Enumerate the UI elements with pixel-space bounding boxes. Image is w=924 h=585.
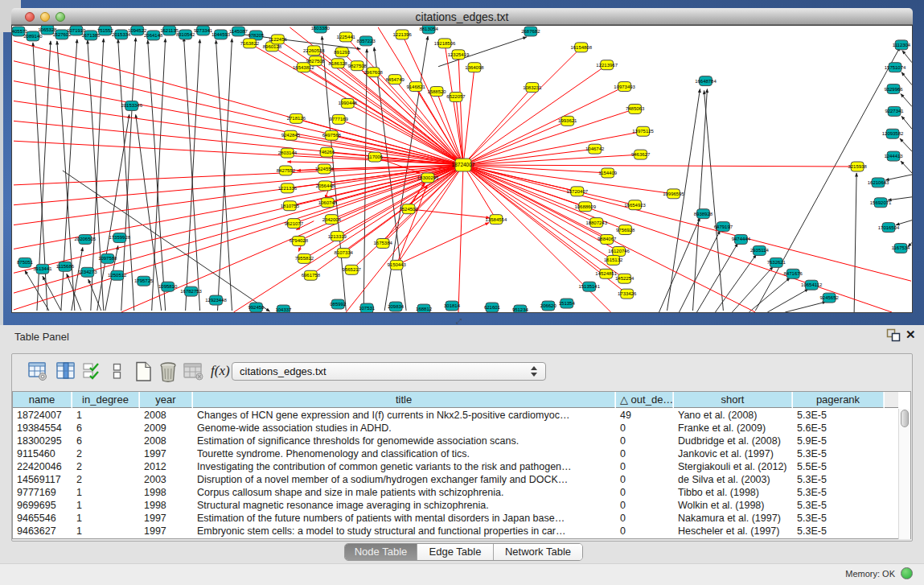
window-title: citations_edges.txt bbox=[11, 10, 913, 23]
graph-edge[interactable] bbox=[43, 276, 61, 311]
new-file-icon[interactable] bbox=[134, 361, 154, 382]
column-header-year[interactable]: year bbox=[140, 392, 192, 408]
graph-edge[interactable] bbox=[409, 209, 490, 218]
graph-edge[interactable] bbox=[463, 68, 474, 165]
column-header-short[interactable]: short bbox=[674, 392, 792, 408]
graph-node-label: 1112304 bbox=[893, 43, 911, 47]
float-panel-icon[interactable] bbox=[886, 328, 901, 342]
vertical-scrollbar[interactable] bbox=[898, 409, 910, 539]
graph-node-label: 15751074 bbox=[885, 65, 906, 70]
network-graph: 1405571208914010653281527602107191916713… bbox=[12, 26, 912, 312]
table-rows: 1872400712008Changes of HCN gene express… bbox=[13, 409, 898, 538]
table-selector-dropdown[interactable]: citations_edges.txt bbox=[232, 362, 546, 381]
graph-edge[interactable] bbox=[14, 141, 463, 165]
graph-edge[interactable] bbox=[901, 94, 912, 107]
network-graph-canvas[interactable]: 1405571208914010653281527602107191916713… bbox=[11, 25, 913, 313]
row-select-icon[interactable] bbox=[83, 361, 101, 381]
column-header-in_degree[interactable]: in_degree bbox=[72, 392, 139, 408]
graph-node-label: 107531 bbox=[359, 306, 376, 311]
table-panel: Table Panel ✕ bbox=[0, 325, 924, 585]
table-settings-icon[interactable] bbox=[28, 361, 48, 381]
table-row[interactable]: 1872400712008Changes of HCN gene express… bbox=[13, 409, 898, 422]
graph-edge[interactable] bbox=[902, 51, 912, 63]
graph-node-label: 3215938 bbox=[848, 164, 867, 169]
graph-node-label: 117006 bbox=[367, 154, 383, 159]
graph-edge[interactable] bbox=[901, 72, 912, 85]
tab-network-table[interactable]: Network Table bbox=[494, 544, 582, 560]
scrollbar-thumb[interactable] bbox=[901, 410, 909, 427]
table-row[interactable]: 1938455462009Genome-wide association stu… bbox=[13, 422, 898, 435]
graph-edge[interactable] bbox=[901, 116, 912, 129]
graph-node-label: 8186328 bbox=[329, 61, 348, 66]
graph-edge[interactable] bbox=[767, 289, 808, 312]
table-row[interactable]: 946362711997Embryonic stem cells: a mode… bbox=[13, 525, 898, 538]
graph-edge[interactable] bbox=[463, 165, 911, 281]
graph-node-label: 15720407 bbox=[566, 189, 588, 194]
tab-edge-table[interactable]: Edge Table bbox=[417, 544, 494, 560]
graph-edge[interactable] bbox=[346, 37, 463, 165]
table-row[interactable]: 1830029562008Estimation of significance … bbox=[13, 435, 898, 447]
graph-edge[interactable] bbox=[234, 165, 463, 312]
table-row[interactable]: 1456911722003Disruption of a novel membe… bbox=[13, 473, 898, 486]
graph-node-label: 1452254 bbox=[615, 276, 634, 281]
graph-edge[interactable] bbox=[696, 243, 737, 312]
table-cell: 2003 bbox=[140, 473, 193, 486]
graph-node-label: 16120746 bbox=[608, 249, 630, 253]
graph-edge[interactable] bbox=[337, 165, 463, 237]
graph-edge[interactable] bbox=[118, 39, 134, 311]
graph-edge[interactable] bbox=[901, 161, 912, 173]
graph-edge[interactable] bbox=[463, 165, 585, 207]
graph-edge[interactable] bbox=[704, 91, 723, 311]
table-row[interactable]: 977716911998Corpus callosum shape and si… bbox=[13, 486, 898, 499]
graph-edge[interactable] bbox=[900, 138, 912, 151]
graph-edge[interactable] bbox=[458, 165, 463, 312]
node-table: namein_degreeyeartitle△ out_de…shortpage… bbox=[12, 391, 911, 539]
graph-node-label: 12325419 bbox=[448, 52, 470, 57]
column-pair-icon[interactable] bbox=[112, 361, 122, 381]
table-cell: Embryonic stem cells: a model to study s… bbox=[193, 525, 616, 538]
graph-edge[interactable] bbox=[749, 278, 790, 312]
table-cell: 1997 bbox=[140, 525, 193, 538]
close-panel-icon[interactable]: ✕ bbox=[906, 328, 916, 342]
graph-node-label: 2342004 bbox=[322, 217, 342, 222]
window-titlebar[interactable]: citations_edges.txt bbox=[11, 8, 913, 25]
graph-node-label: 13975125 bbox=[632, 129, 654, 134]
table-cell: 1 bbox=[72, 409, 140, 422]
table-cell: 2008 bbox=[140, 435, 193, 447]
table-row[interactable]: 911546021997Tourette syndrome. Phenomeno… bbox=[13, 447, 898, 460]
table-cell: Jankovic et al. (1997) bbox=[674, 447, 793, 460]
table-cell: Tibbo et al. (1998) bbox=[674, 486, 793, 499]
graph-node-label: 891293 bbox=[334, 50, 351, 55]
table-cell: 9463627 bbox=[13, 525, 72, 538]
graph-edge[interactable] bbox=[14, 165, 463, 205]
graph-node-label: 951234 bbox=[512, 307, 529, 312]
tab-node-table[interactable]: Node Table bbox=[345, 544, 417, 560]
column-visibility-icon[interactable] bbox=[56, 361, 76, 381]
graph-edge[interactable] bbox=[463, 165, 857, 167]
graph-edge[interactable] bbox=[885, 175, 912, 180]
graph-edge[interactable] bbox=[463, 165, 614, 260]
column-header-out_de[interactable]: △ out_de… bbox=[616, 392, 673, 408]
graph-edge[interactable] bbox=[888, 197, 912, 200]
graph-edge[interactable] bbox=[287, 162, 334, 163]
graph-edge[interactable] bbox=[854, 173, 856, 312]
table-row[interactable]: 2242004622012Investigating the contribut… bbox=[13, 460, 898, 473]
graph-edge[interactable] bbox=[680, 231, 721, 312]
memory-status-indicator[interactable] bbox=[901, 567, 913, 579]
function-builder-icon[interactable]: f(x) bbox=[211, 363, 230, 379]
column-header-name[interactable]: name bbox=[13, 392, 72, 408]
table-cell: 2 bbox=[72, 473, 140, 486]
graph-node-label: 104337 bbox=[275, 307, 292, 312]
column-header-title[interactable]: title bbox=[193, 392, 615, 408]
table-header-row[interactable]: namein_degreeyeartitle△ out_de…shortpage… bbox=[13, 392, 898, 408]
graph-edge[interactable] bbox=[463, 165, 608, 173]
graph-edge[interactable] bbox=[785, 302, 826, 312]
graph-node-label: 8938928 bbox=[694, 212, 713, 216]
table-row[interactable]: 969969511998Structural magnetic resonanc… bbox=[13, 499, 898, 512]
graph-node-label: 746266 bbox=[318, 150, 335, 154]
network-view-window: citations_edges.txt 14055712089140106532… bbox=[11, 8, 913, 314]
delete-icon[interactable] bbox=[158, 361, 179, 382]
column-header-pagerank[interactable]: pagerank bbox=[793, 392, 884, 408]
table-row[interactable]: 946554611997Estimation of the future num… bbox=[13, 512, 898, 525]
graph-edge[interactable] bbox=[121, 38, 136, 311]
